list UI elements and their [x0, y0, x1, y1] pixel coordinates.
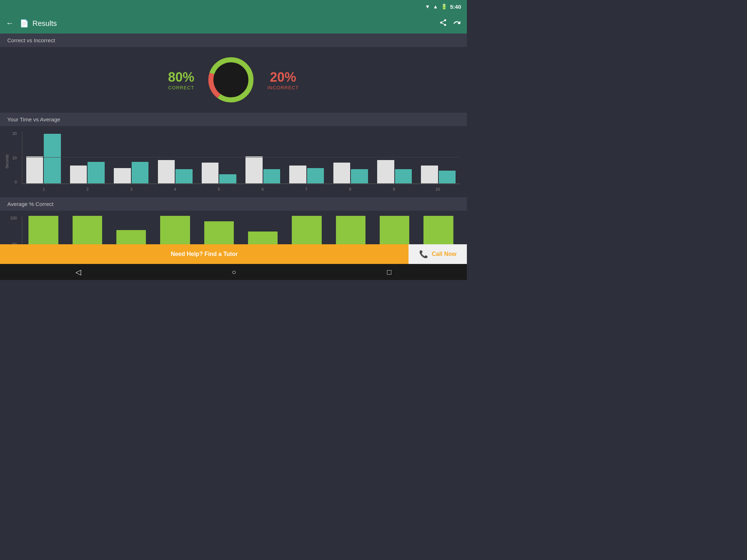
time-bar-white — [114, 168, 131, 184]
call-now-label: Call Now — [432, 251, 457, 257]
time-x-label: 3 — [109, 187, 153, 191]
time-bar-teal — [175, 169, 193, 184]
time-section: 20 10 0 Seconds 12345678910 — [0, 126, 467, 197]
time-vs-average-header: Your Time vs Average — [0, 113, 467, 126]
time-bar-teal — [395, 169, 412, 184]
time-bar-teal — [439, 171, 456, 184]
time-chart-area: 20 10 0 Seconds 12345678910 — [7, 131, 460, 191]
time-x-label: 6 — [241, 187, 285, 191]
time-bar-group — [110, 131, 152, 184]
battery-icon: 🔋 — [441, 4, 447, 9]
time-bar-white — [26, 156, 43, 184]
time-x-label: 10 — [416, 187, 460, 191]
phone-icon: 📞 — [419, 250, 428, 258]
time-bar-white — [289, 166, 306, 184]
time-bar-group — [66, 131, 108, 184]
correct-vs-incorrect-header: Correct vs Incorrect — [0, 34, 467, 47]
time-bars-container — [22, 131, 460, 184]
share-button[interactable] — [439, 19, 447, 28]
avg-correct-header: Average % Correct — [0, 197, 467, 211]
time-bar-group — [329, 131, 372, 184]
page-title: Results — [32, 19, 433, 28]
wifi-icon: ▼ — [425, 4, 430, 9]
find-tutor-text: Need Help? Find a Tutor — [0, 251, 409, 257]
donut-chart — [205, 54, 256, 105]
time-bar-white — [70, 166, 87, 184]
time-bar-white — [333, 163, 351, 184]
time-x-label: 8 — [328, 187, 372, 191]
time-x-labels: 12345678910 — [22, 187, 460, 191]
donut-section: 80% CORRECT 20% INCORRECT — [0, 47, 467, 113]
call-now-button[interactable]: 📞 Call Now — [409, 244, 467, 264]
correct-label: 80% CORRECT — [168, 70, 194, 90]
back-button[interactable]: ← — [6, 19, 14, 28]
time-x-label: 9 — [372, 187, 416, 191]
time-bar-white — [421, 166, 438, 184]
time-x-label: 4 — [153, 187, 197, 191]
time-x-label: 1 — [22, 187, 66, 191]
time-bar-group — [241, 131, 284, 184]
time-bar-teal — [351, 169, 368, 184]
time-bar-group — [154, 131, 196, 184]
time-bar-teal — [44, 134, 61, 184]
time-bar-teal — [307, 168, 324, 184]
nav-recent-button[interactable]: □ — [387, 268, 391, 276]
time-bar-teal — [219, 174, 236, 184]
doc-icon: 📄 — [20, 19, 29, 28]
bottom-banner: Need Help? Find a Tutor 📞 Call Now — [0, 244, 467, 264]
time-display: 5:40 — [450, 4, 461, 10]
incorrect-label: 20% INCORRECT — [267, 70, 299, 90]
redo-button[interactable] — [453, 19, 461, 28]
time-bar-teal — [132, 162, 149, 184]
time-x-label: 5 — [197, 187, 241, 191]
time-x-label: 7 — [285, 187, 328, 191]
svg-point-3 — [215, 64, 247, 96]
time-bar-white — [202, 163, 219, 184]
time-bar-group — [286, 131, 328, 184]
status-bar: ▼ ▲ 🔋 5:40 — [0, 0, 467, 13]
time-bar-group — [198, 131, 240, 184]
nav-home-button[interactable]: ○ — [232, 268, 236, 276]
time-x-label: 2 — [66, 187, 109, 191]
time-bar-white — [245, 156, 263, 184]
nav-back-button[interactable]: ◁ — [76, 268, 81, 276]
time-y-axis-title: Seconds — [5, 154, 9, 168]
time-bar-group — [417, 131, 460, 184]
time-bar-white — [377, 160, 394, 184]
time-bar-white — [158, 160, 175, 184]
time-bar-teal — [88, 162, 105, 184]
time-bar-teal — [263, 169, 280, 184]
time-bar-group — [373, 131, 415, 184]
app-bar: ← 📄 Results — [0, 13, 467, 34]
time-bar-group — [22, 131, 65, 184]
nav-bar: ◁ ○ □ — [0, 264, 467, 280]
signal-icon: ▲ — [433, 4, 438, 9]
